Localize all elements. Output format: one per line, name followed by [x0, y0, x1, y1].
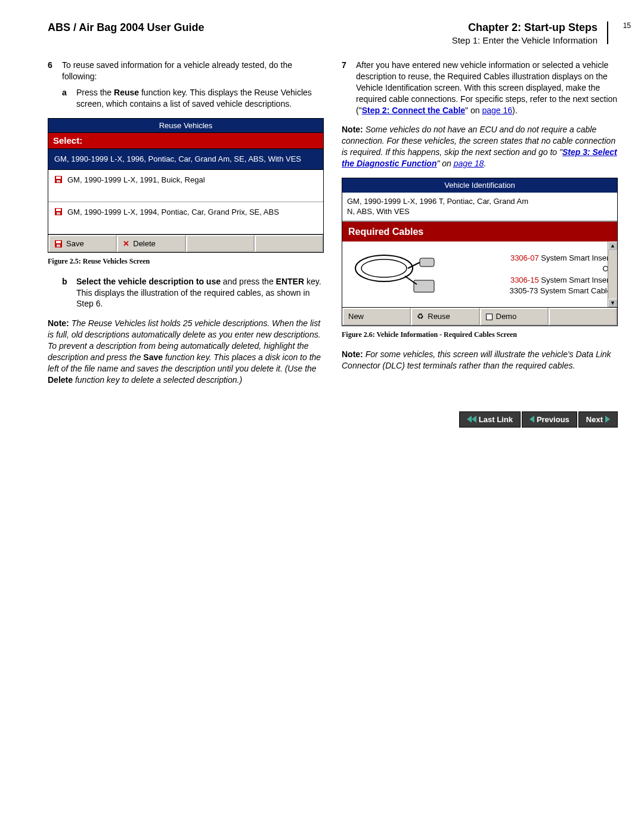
- header-divider: [607, 21, 608, 44]
- svg-rect-11: [420, 258, 434, 267]
- arrow-right-icon: [605, 416, 610, 423]
- doc-title: ABS / Air Bag 2004 User Guide: [48, 21, 204, 34]
- vehicle-info-text: GM, 1990-1999 L-X, 1996 T, Pontiac, Car,…: [342, 193, 617, 222]
- next-button[interactable]: Next: [578, 411, 618, 428]
- reuse-vehicles-title: Reuse Vehicles: [48, 119, 323, 133]
- reuse-row[interactable]: GM, 1990-1999 L-X, 1991, Buick, Regal: [48, 170, 323, 202]
- note-reuse-list: Note: The Reuse Vehicles list holds 25 v…: [48, 318, 324, 385]
- arrow-left-icon: [530, 416, 534, 423]
- svg-rect-8: [57, 244, 60, 247]
- sub-b-text: Select the vehicle description to use an…: [76, 276, 324, 310]
- right-column: 7 After you have entered new vehicle inf…: [342, 60, 618, 394]
- empty-button: [186, 235, 255, 253]
- sub-a-letter: a: [62, 87, 76, 110]
- cable-illustration: [348, 247, 444, 301]
- checkbox-icon: [486, 314, 493, 320]
- cable-list: 3306-07 System Smart Insert Or 3306-15 S…: [444, 252, 611, 297]
- left-column: 6 To reuse saved information for a vehic…: [48, 60, 324, 394]
- svg-rect-7: [56, 241, 61, 243]
- figure-2-6-caption: Figure 2.6: Vehicle Information - Requir…: [342, 330, 618, 339]
- step-6-number: 6: [48, 60, 62, 82]
- previous-button[interactable]: Previous: [522, 411, 577, 428]
- step-6-text: To reuse saved information for a vehicle…: [62, 60, 324, 82]
- svg-rect-1: [56, 176, 61, 179]
- page-number: 15: [623, 21, 631, 30]
- step-7-number: 7: [342, 60, 356, 116]
- reuse-row-selected[interactable]: GM, 1990-1999 L-X, 1996, Pontiac, Car, G…: [48, 149, 323, 170]
- disk-icon: [54, 240, 63, 248]
- note-no-ecu: Note: Some vehicles do not have an ECU a…: [342, 124, 618, 169]
- step-title: Step 1: Enter the Vehicle Information: [452, 35, 597, 45]
- select-label: Select:: [48, 132, 323, 149]
- link-page16[interactable]: page 16: [482, 106, 512, 115]
- figure-2-5-caption: Figure 2.5: Reuse Vehicles Screen: [48, 256, 324, 266]
- recycle-icon: ♻: [417, 311, 424, 322]
- svg-line-13: [408, 262, 420, 268]
- figure-2-6: Vehicle Identification GM, 1990-1999 L-X…: [342, 178, 618, 326]
- disk-icon: [54, 208, 63, 216]
- vehicle-id-title: Vehicle Identification: [342, 178, 617, 193]
- reuse-row[interactable]: GM, 1990-1999 L-X, 1994, Pontiac, Car, G…: [48, 202, 323, 234]
- empty-button: [255, 235, 323, 253]
- empty-button: [549, 308, 617, 326]
- demo-button[interactable]: Demo: [480, 308, 549, 326]
- required-cables-label: Required Cables: [342, 222, 617, 242]
- svg-rect-2: [57, 180, 60, 182]
- chapter-title: Chapter 2: Start-up Steps: [452, 21, 597, 34]
- sub-a-text: Press the Reuse function key. This displ…: [76, 87, 324, 110]
- sub-b-letter: b: [62, 276, 76, 310]
- figure-2-5: Reuse Vehicles Select: GM, 1990-1999 L-X…: [48, 118, 324, 253]
- new-button[interactable]: New: [342, 308, 411, 326]
- x-icon: ✕: [123, 239, 129, 249]
- scroll-up-icon[interactable]: ▲: [608, 241, 617, 250]
- link-step2[interactable]: Step 2: Connect the Cable: [362, 106, 465, 115]
- note-dlc: Note: For some vehicles, this screen wil…: [342, 349, 618, 371]
- svg-rect-5: [57, 212, 60, 215]
- scrollbar[interactable]: ▲ ▼: [608, 241, 617, 307]
- double-arrow-left-icon: [472, 416, 476, 423]
- delete-button[interactable]: ✕ Delete: [117, 235, 185, 253]
- disk-icon: [54, 175, 63, 184]
- reuse-button[interactable]: ♻ Reuse: [411, 308, 479, 326]
- page-header: ABS / Air Bag 2004 User Guide Chapter 2:…: [48, 21, 618, 45]
- link-page18[interactable]: page 18: [454, 159, 484, 168]
- nav-footer: Last Link Previous Next: [459, 411, 618, 428]
- scroll-down-icon[interactable]: ▼: [608, 299, 617, 307]
- svg-point-10: [361, 259, 407, 277]
- last-link-button[interactable]: Last Link: [459, 411, 521, 428]
- step-7-text: After you have entered new vehicle infor…: [356, 60, 618, 116]
- double-arrow-left-icon: [467, 416, 472, 423]
- save-button[interactable]: Save: [48, 235, 117, 253]
- svg-rect-12: [414, 280, 434, 292]
- svg-rect-4: [56, 209, 61, 211]
